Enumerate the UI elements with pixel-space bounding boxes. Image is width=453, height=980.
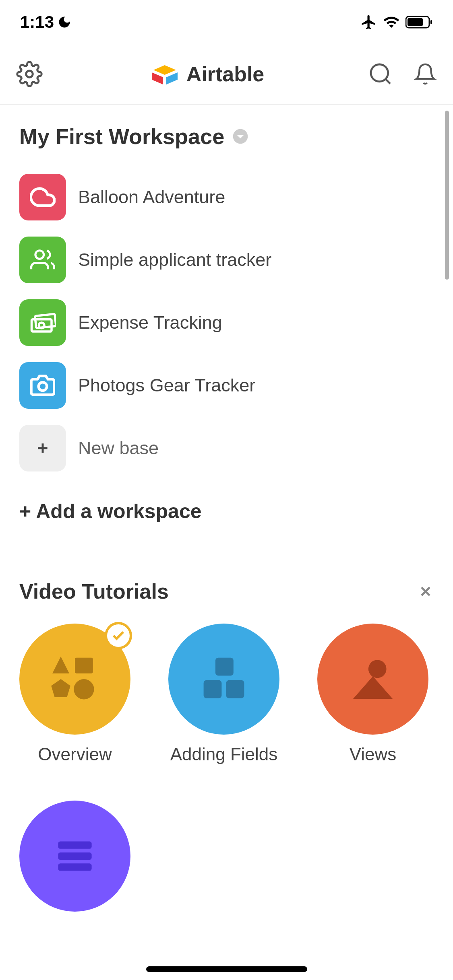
- svg-rect-24: [226, 680, 244, 698]
- svg-point-21: [74, 679, 94, 699]
- list-icon: [49, 830, 101, 882]
- money-icon: [29, 309, 56, 336]
- add-workspace-button[interactable]: + Add a workspace: [19, 500, 434, 523]
- tutorial-overview[interactable]: Overview: [19, 624, 130, 764]
- tutorial-extra[interactable]: [19, 801, 434, 912]
- tutorials-title: Video Tutorials: [19, 579, 169, 603]
- svg-rect-22: [215, 658, 234, 676]
- base-icon: [19, 299, 66, 346]
- chevron-down-icon: [232, 128, 248, 144]
- cloud-icon: [30, 184, 56, 210]
- add-workspace-label: + Add a workspace: [19, 500, 202, 523]
- base-item-balloon-adventure[interactable]: Balloon Adventure: [19, 174, 434, 220]
- base-label: Expense Tracking: [78, 312, 222, 333]
- svg-point-10: [35, 251, 44, 259]
- svg-rect-2: [430, 20, 432, 24]
- search-icon[interactable]: [368, 61, 393, 87]
- svg-marker-5: [152, 72, 163, 84]
- svg-marker-19: [52, 657, 69, 673]
- svg-marker-4: [153, 65, 176, 75]
- tutorial-circle: [168, 624, 279, 735]
- svg-point-25: [368, 660, 387, 678]
- workspace-header[interactable]: My First Workspace: [19, 124, 434, 149]
- battery-icon: [405, 15, 433, 29]
- svg-rect-26: [58, 842, 91, 849]
- svg-rect-1: [407, 18, 423, 26]
- tutorial-circle: [317, 624, 428, 735]
- tutorial-circle: [19, 801, 130, 912]
- shapes-icon: [47, 651, 103, 707]
- tutorials-header: Video Tutorials: [19, 579, 434, 603]
- tutorial-circle: [19, 624, 130, 735]
- svg-rect-20: [75, 658, 93, 673]
- plus-icon: [35, 440, 51, 456]
- image-icon: [345, 651, 401, 707]
- base-label: Simple applicant tracker: [78, 249, 271, 270]
- base-item-expense-tracking[interactable]: Expense Tracking: [19, 299, 434, 346]
- tutorial-adding-fields[interactable]: Adding Fields: [168, 624, 279, 764]
- status-time: 1:13: [20, 12, 72, 32]
- tutorial-label: Overview: [38, 744, 112, 764]
- wifi-icon: [383, 14, 400, 31]
- workspace-title: My First Workspace: [19, 124, 224, 149]
- blocks-icon: [196, 651, 252, 707]
- base-icon: [19, 425, 66, 471]
- svg-point-3: [26, 71, 33, 78]
- people-icon: [30, 247, 55, 272]
- svg-point-14: [39, 382, 47, 391]
- base-item-simple-applicant-tracker[interactable]: Simple applicant tracker: [19, 237, 434, 283]
- scrollbar[interactable]: [445, 111, 449, 280]
- home-indicator[interactable]: [146, 966, 307, 972]
- gear-icon[interactable]: [16, 61, 43, 87]
- bell-icon[interactable]: [414, 62, 437, 86]
- base-icon: [19, 362, 66, 409]
- svg-rect-23: [204, 680, 222, 698]
- new-base-label: New base: [78, 438, 159, 459]
- airplane-icon: [360, 14, 377, 31]
- svg-marker-6: [166, 72, 178, 84]
- app-title: Airtable: [186, 62, 265, 86]
- svg-point-7: [371, 64, 388, 82]
- close-icon[interactable]: [418, 583, 434, 599]
- svg-point-13: [39, 323, 44, 328]
- header-logo[interactable]: Airtable: [56, 62, 356, 86]
- base-label: Balloon Adventure: [78, 187, 225, 208]
- header-right: [356, 61, 437, 87]
- tutorial-label: Adding Fields: [170, 744, 278, 764]
- app-header: Airtable: [0, 44, 453, 105]
- tutorial-label: Views: [350, 744, 397, 764]
- svg-rect-28: [58, 863, 91, 871]
- base-item-photogs-gear-tracker[interactable]: Photogs Gear Tracker: [19, 362, 434, 409]
- time-label: 1:13: [20, 12, 54, 32]
- base-label: Photogs Gear Tracker: [78, 375, 255, 396]
- header-left: [16, 61, 56, 87]
- base-icon: [19, 237, 66, 283]
- svg-rect-27: [58, 852, 91, 860]
- airtable-logo-icon: [149, 62, 181, 86]
- tutorial-views[interactable]: Views: [317, 624, 428, 764]
- status-icons: [360, 14, 433, 31]
- new-base-button[interactable]: New base: [19, 425, 434, 471]
- base-icon: [19, 174, 66, 220]
- check-icon: [111, 628, 126, 643]
- svg-line-8: [385, 79, 390, 84]
- moon-icon: [57, 15, 72, 29]
- completed-badge: [105, 622, 132, 649]
- camera-icon: [30, 373, 55, 398]
- status-bar: 1:13: [0, 0, 453, 44]
